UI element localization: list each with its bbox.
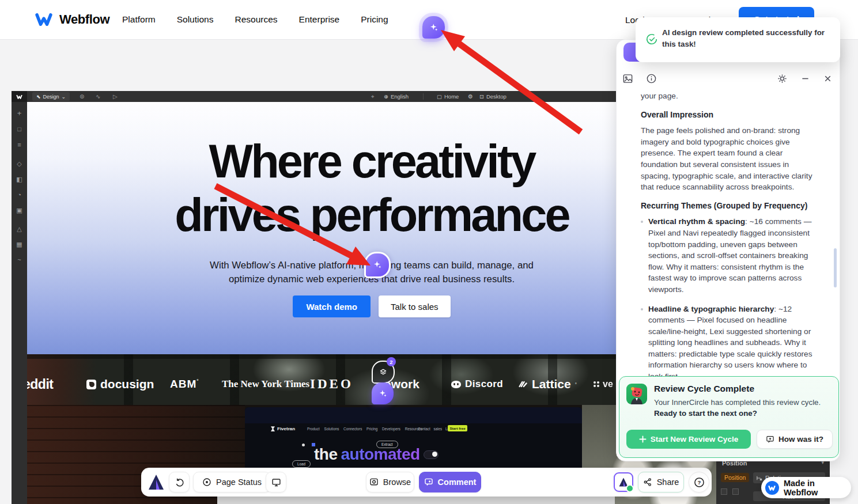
app-logo-icon[interactable]: [147, 473, 165, 491]
assets-icon[interactable]: ▣: [12, 207, 27, 214]
webflow-logo-text: Webflow: [59, 12, 109, 27]
settings-gear-icon[interactable]: [776, 72, 788, 85]
desktop-icon: ⊡: [479, 93, 484, 100]
how-was-it-button[interactable]: How was it?: [757, 430, 833, 449]
feedback-bubble-icon: [766, 435, 774, 444]
made-in-webflow-label: Made in Webflow: [784, 479, 851, 497]
discord-logo: Discord: [451, 378, 503, 390]
interactions-icon[interactable]: △: [12, 225, 27, 232]
audit-icon[interactable]: ~: [12, 256, 27, 263]
device-preview-button[interactable]: [266, 472, 286, 492]
designer-canvas: Where creativity drives performance With…: [27, 102, 716, 504]
locale-switcher[interactable]: ⊕ English: [384, 93, 409, 100]
relative-position-icon: [757, 475, 762, 481]
review-cycle-card: Review Cycle Complete Your InnerCircle h…: [619, 376, 839, 458]
page-switcher[interactable]: ▢ Home: [437, 93, 459, 100]
abm-logo: ABM°: [170, 378, 199, 391]
cms-icon[interactable]: ⊜: [80, 93, 84, 100]
info-icon[interactable]: [645, 72, 657, 85]
success-toast: AI design review completed successfully …: [636, 17, 840, 62]
page-label: Home: [444, 93, 459, 100]
target-icon: [202, 478, 211, 487]
made-in-webflow-badge[interactable]: Made in Webflow: [761, 477, 851, 498]
carousel-dot: [302, 444, 305, 446]
apps-icon[interactable]: ▦: [12, 241, 27, 248]
plus-icon: [639, 435, 647, 443]
bottom-toolbar: Page Status Browse Comment: [141, 468, 712, 497]
components-icon[interactable]: ◇: [12, 160, 27, 167]
comment-button[interactable]: Comment: [419, 472, 481, 492]
nav-item-resources[interactable]: Resources: [235, 14, 277, 25]
overall-impression-body: The page feels polished and on-brand: st…: [641, 125, 819, 193]
docusign-logo: docusign: [86, 377, 154, 391]
page-settings-gear-icon[interactable]: ⚙: [468, 93, 473, 100]
chevron-down-icon: ⌄: [62, 94, 66, 100]
lattice-logo: Lattice°: [519, 377, 577, 391]
navigator-icon[interactable]: ≡: [12, 141, 27, 148]
review-card-body: Your InnerCircle has completed this revi…: [654, 398, 821, 407]
nyt-logo: The New York Times: [222, 378, 309, 390]
reddit-logo: eddit: [27, 377, 53, 392]
toast-message: AI design review completed successfully …: [662, 27, 834, 50]
ai-comment-badge-hero[interactable]: [364, 252, 391, 278]
design-mode-dropdown[interactable]: ⬉ Design ⌄: [32, 92, 70, 101]
hero-headline-line1: Where creativity: [27, 138, 716, 185]
position-field-label[interactable]: Position: [721, 473, 749, 482]
nav-item-solutions[interactable]: Solutions: [177, 14, 214, 25]
refresh-button[interactable]: [169, 472, 190, 492]
preview-icon[interactable]: ▷: [113, 93, 118, 100]
styles-icon[interactable]: ◔: [12, 191, 27, 198]
start-new-review-cycle-button[interactable]: Start New Review Cycle: [626, 430, 751, 449]
browse-button[interactable]: Browse: [366, 472, 414, 492]
ai-assistant-badge-top[interactable]: [422, 16, 445, 39]
refresh-icon: [175, 478, 184, 487]
review-card-prompt: Ready to start the next one?: [654, 409, 757, 418]
minimize-icon[interactable]: [799, 72, 811, 85]
monitor-icon: [271, 478, 281, 487]
extract-pill: Extract: [376, 441, 398, 448]
panel-scrollbar[interactable]: [834, 248, 837, 287]
ideo-logo: IDEO: [310, 377, 353, 392]
share-button[interactable]: Share: [638, 472, 684, 492]
close-icon[interactable]: [821, 72, 834, 85]
app-status-button[interactable]: [614, 472, 633, 492]
bullet-dot: [641, 221, 643, 223]
talk-to-sales-button[interactable]: Talk to sales: [379, 295, 451, 317]
webflow-logo[interactable]: Webflow: [33, 12, 109, 27]
nav-item-pricing[interactable]: Pricing: [361, 14, 388, 25]
nav-item-enterprise[interactable]: Enterprise: [299, 14, 340, 25]
reviewer-avatar: [626, 384, 647, 404]
review-summary-text: your page. Overall Impression The page f…: [641, 90, 819, 391]
laptop-screen-header: [245, 407, 582, 423]
ai-comment-badge-logos[interactable]: [372, 382, 394, 404]
nav-item-platform[interactable]: Platform: [122, 14, 156, 25]
comment-plus-icon: [424, 478, 433, 487]
variables-icon[interactable]: ◧: [12, 176, 27, 183]
comment-count-badge: 2: [387, 357, 396, 366]
focus-icon[interactable]: ⌖: [371, 93, 375, 100]
analytics-icon[interactable]: ∿: [96, 93, 100, 100]
pages-icon[interactable]: □: [12, 126, 27, 132]
overall-impression-heading: Overall Impression: [641, 109, 819, 121]
topbar-divider: [423, 93, 424, 100]
cursor-icon: ⬉: [36, 94, 41, 100]
designer-webflow-icon[interactable]: [12, 91, 27, 102]
cutoff-line: your page.: [641, 90, 819, 102]
page-status-button[interactable]: Page Status: [193, 472, 271, 492]
breakpoint-switcher[interactable]: ⊡ Desktop: [479, 93, 507, 100]
style-checkbox[interactable]: [721, 488, 727, 495]
screenshot-icon[interactable]: [621, 72, 634, 85]
webflow-circle-icon: [765, 481, 779, 495]
check-circle-icon: [645, 33, 658, 46]
hero-headline-line2: drives performance: [27, 192, 716, 238]
watch-demo-button[interactable]: Watch demo: [293, 295, 371, 317]
add-element-icon[interactable]: +: [12, 110, 27, 117]
ai-review-panel: your page. Overall Impression The page f…: [616, 39, 840, 461]
webflow-logo-icon: [33, 13, 54, 26]
style-checkbox[interactable]: [732, 488, 739, 495]
page-icon: ▢: [437, 93, 442, 100]
help-button[interactable]: ?: [689, 472, 709, 492]
fivetran-start-free-button: Start free: [448, 425, 467, 431]
site-nav-items: Platform Solutions Resources Enterprise …: [122, 0, 388, 39]
load-pill: Load: [292, 460, 311, 468]
